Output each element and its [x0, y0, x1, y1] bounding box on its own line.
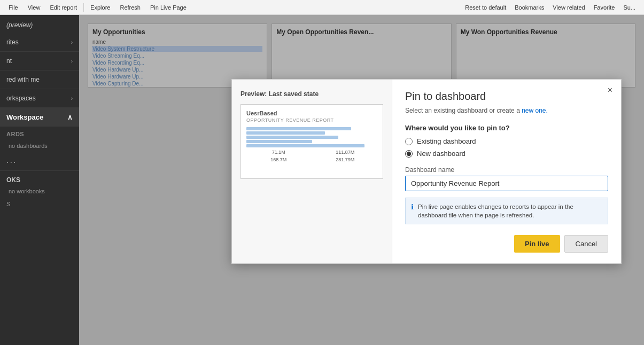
- preview-chart: [246, 127, 377, 147]
- info-icon: ℹ: [411, 203, 414, 211]
- sidebar-no-dashboards: no dashboards: [0, 139, 79, 152]
- explore-btn[interactable]: Explore: [87, 3, 113, 12]
- new-dashboard-option[interactable]: New dashboard: [405, 150, 608, 158]
- toolbar-right: Reset to default Bookmarks View related …: [462, 3, 639, 12]
- preview-bar-3: [246, 136, 338, 139]
- modal-subtitle: Select an existing dashboard or create a…: [405, 107, 608, 114]
- existing-dashboard-label: Existing dashboard: [417, 137, 476, 145]
- new-one-link[interactable]: new one.: [522, 107, 548, 114]
- cancel-button[interactable]: Cancel: [564, 235, 608, 253]
- preview-chart-bars: [246, 127, 377, 147]
- more-options-btn[interactable]: ...: [0, 152, 79, 168]
- sidebar-section-ards: ARDS: [0, 127, 79, 139]
- new-dashboard-radio[interactable]: [405, 150, 413, 158]
- preview-num-3: 168.7M: [246, 157, 311, 162]
- where-to-pin-label: Where would you like to pin to?: [405, 124, 608, 132]
- pin-live-page-btn[interactable]: Pin Live Page: [147, 3, 190, 12]
- preview-bar-5: [246, 144, 364, 147]
- sidebar-item-shared[interactable]: red with me: [0, 70, 79, 89]
- preview-bar-1: [246, 127, 351, 130]
- view-related-btn[interactable]: View related: [549, 3, 588, 12]
- preview-bar-4: [246, 140, 312, 143]
- modal-title: Pin to dashboard: [405, 90, 608, 103]
- modal-subtitle-text: Select an existing dashboard or create a: [405, 107, 520, 114]
- sidebar-no-workbooks: no workbooks: [0, 186, 79, 197]
- modal-close-button[interactable]: ×: [608, 86, 612, 95]
- dashboard-name-label: Dashboard name: [405, 166, 608, 174]
- preview-report-title: OPPORTUNITY REVENUE REPORT: [246, 117, 377, 123]
- preview-num-1: 71.1M: [246, 150, 311, 155]
- existing-dashboard-radio[interactable]: [405, 138, 413, 145]
- pin-options-group: Existing dashboard New dashboard: [405, 137, 608, 158]
- chevron-right-icon-3: ›: [71, 96, 73, 101]
- dashboard-name-input[interactable]: [405, 176, 608, 191]
- refresh-btn[interactable]: Refresh: [117, 3, 144, 12]
- favorite-btn[interactable]: Favorite: [591, 3, 618, 12]
- subscribe-btn[interactable]: Su...: [620, 3, 639, 12]
- sidebar-books: OKS: [0, 170, 79, 186]
- preview-label: Preview: Last saved state: [240, 90, 383, 98]
- sidebar-item-recent-label: nt: [6, 57, 12, 65]
- separator: [83, 3, 84, 12]
- preview-bar-2: [246, 131, 325, 135]
- preview-label-suffix: Last saved state: [269, 90, 319, 98]
- bookmarks-btn[interactable]: Bookmarks: [511, 3, 547, 12]
- preview-card: UesrBased OPPORTUNITY REVENUE REPORT 71.…: [240, 104, 383, 179]
- chevron-right-icon: ›: [71, 40, 73, 45]
- info-box: ℹ Pin live page enables changes to repor…: [405, 198, 608, 224]
- modal-preview-panel: Preview: Last saved state UesrBased OPPO…: [232, 80, 392, 263]
- sidebar-item-workspaces-label: orkspaces: [6, 95, 36, 102]
- workspace-label: Workspace: [6, 113, 43, 121]
- modal-right-panel: × Pin to dashboard Select an existing da…: [392, 80, 621, 263]
- edit-report-btn[interactable]: Edit report: [46, 3, 80, 12]
- preview-num-2: 111.87M: [313, 150, 378, 155]
- sidebar-item-workspaces[interactable]: orkspaces ›: [0, 89, 79, 108]
- chevron-up-icon: ∧: [67, 113, 73, 121]
- preview-workspace-name: UesrBased: [246, 110, 377, 116]
- new-dashboard-label: New dashboard: [417, 150, 465, 158]
- sidebar-workspace[interactable]: Workspace ∧: [0, 108, 79, 127]
- main-area: My Opportunities name Video System Restr…: [79, 15, 644, 345]
- reset-btn[interactable]: Reset to default: [462, 3, 509, 12]
- pin-to-dashboard-modal: Preview: Last saved state UesrBased OPPO…: [231, 79, 622, 264]
- preview-numbers: 71.1M 111.87M 168.7M 281.79M: [246, 150, 377, 162]
- chevron-right-icon-2: ›: [71, 58, 73, 64]
- sidebar-item-recent[interactable]: nt ›: [0, 52, 79, 70]
- modal-actions: Pin live Cancel: [405, 235, 608, 253]
- toolbar: File View Edit report Explore Refresh Pi…: [0, 0, 644, 15]
- existing-dashboard-option[interactable]: Existing dashboard: [405, 137, 608, 145]
- sidebar-item-favorites-label: rites: [6, 38, 19, 46]
- preview-label-prefix: Preview:: [240, 90, 267, 98]
- info-text: Pin live page enables changes to reports…: [418, 202, 602, 219]
- pin-live-button[interactable]: Pin live: [514, 235, 560, 253]
- sidebar-item-shared-label: red with me: [6, 76, 40, 83]
- preview-num-4: 281.79M: [313, 157, 378, 162]
- sidebar: (preview) rites › nt › red with me orksp…: [0, 15, 79, 345]
- sidebar-item-favorites[interactable]: rites ›: [0, 33, 79, 52]
- file-menu[interactable]: File: [5, 3, 21, 12]
- app-title: (preview): [0, 15, 79, 33]
- sidebar-bottom: S: [0, 197, 79, 211]
- view-menu[interactable]: View: [25, 3, 44, 12]
